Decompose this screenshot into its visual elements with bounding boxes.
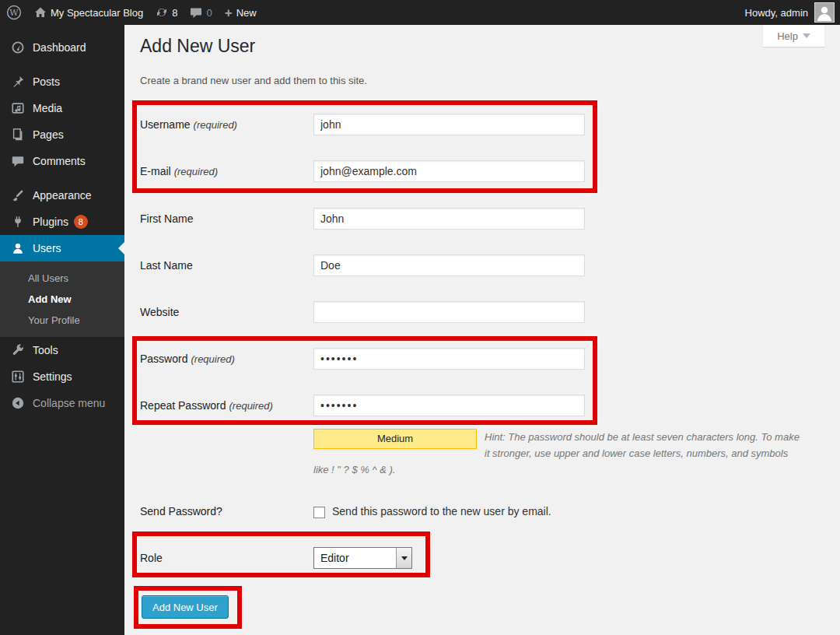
sidebar-label: Appearance — [33, 189, 92, 202]
help-label: Help — [777, 30, 798, 42]
pushpin-icon — [11, 75, 25, 89]
sidebar-item-plugins[interactable]: Plugins 8 — [0, 209, 124, 235]
settings-sliders-icon — [11, 370, 25, 384]
plus-icon: + — [225, 6, 233, 19]
password-hint: Medium Hint: The password should be at l… — [313, 429, 803, 478]
last-name-input[interactable] — [313, 254, 585, 276]
website-input[interactable] — [313, 301, 585, 323]
email-input[interactable] — [313, 160, 585, 182]
first-name-input[interactable] — [313, 208, 585, 230]
password-label: Password(required) — [140, 348, 311, 370]
plugins-update-badge: 8 — [74, 215, 88, 229]
dashboard-icon — [11, 40, 25, 54]
admin-bar: W My Spectacular Blog 8 0 — [0, 0, 840, 25]
comment-count: 0 — [206, 7, 212, 19]
help-button[interactable]: Help — [763, 25, 824, 47]
sidebar-item-appearance[interactable]: Appearance — [0, 182, 124, 209]
sidebar-item-users[interactable]: Users — [0, 235, 124, 261]
sidebar-item-add-new[interactable]: Add New — [0, 289, 124, 310]
sidebar-item-all-users[interactable]: All Users — [0, 268, 124, 289]
howdy-account-link[interactable]: Howdy, admin — [745, 7, 808, 19]
update-count: 8 — [172, 7, 177, 19]
menu-separator — [0, 174, 124, 182]
password-input[interactable] — [313, 348, 585, 370]
collapse-menu-button[interactable]: Collapse menu — [0, 390, 124, 416]
role-label: Role — [140, 547, 311, 569]
chevron-down-icon — [803, 33, 810, 38]
chevron-down-icon — [401, 556, 408, 560]
site-name: My Spectacular Blog — [51, 7, 143, 19]
admin-sidebar: Dashboard Posts Media Pages — [0, 25, 124, 635]
sidebar-label: Posts — [33, 75, 60, 88]
send-password-label: Send Password? — [140, 500, 311, 522]
plug-icon — [11, 215, 25, 229]
sidebar-label: Users — [33, 242, 61, 254]
avatar[interactable] — [814, 2, 835, 23]
wp-logo-menu[interactable]: W — [0, 0, 28, 25]
home-icon — [34, 6, 47, 19]
sidebar-item-media[interactable]: Media — [0, 95, 124, 121]
website-label: Website — [140, 301, 311, 323]
users-submenu: All Users Add New Your Profile — [0, 261, 124, 337]
role-select[interactable]: Editor — [313, 547, 412, 569]
select-dropdown-button[interactable] — [396, 548, 411, 568]
new-content-menu[interactable]: + New — [219, 0, 263, 25]
repeat-password-input[interactable] — [313, 395, 585, 416]
menu-separator — [0, 61, 124, 68]
sidebar-label: Plugins — [33, 216, 68, 228]
wordpress-admin: W My Spectacular Blog 8 0 — [0, 0, 840, 635]
svg-text:W: W — [9, 8, 19, 18]
site-link[interactable]: My Spectacular Blog — [28, 0, 149, 25]
paintbrush-icon — [11, 188, 25, 202]
repeat-password-label: Repeat Password(required) — [140, 395, 311, 416]
users-icon — [11, 241, 25, 255]
sidebar-item-comments[interactable]: Comments — [0, 148, 124, 174]
sidebar-item-dashboard[interactable]: Dashboard — [0, 34, 124, 61]
sidebar-label: Tools — [33, 344, 58, 356]
username-label: Username(required) — [140, 114, 311, 135]
sidebar-item-tools[interactable]: Tools — [0, 337, 124, 363]
sidebar-item-settings[interactable]: Settings — [0, 363, 124, 390]
comments-indicator[interactable]: 0 — [184, 0, 218, 25]
sidebar-label: Settings — [33, 370, 72, 383]
sidebar-item-your-profile[interactable]: Your Profile — [0, 310, 124, 331]
send-password-checkbox[interactable] — [313, 507, 325, 518]
sidebar-label: Collapse menu — [33, 397, 105, 409]
active-menu-arrow-icon — [118, 242, 124, 254]
wrench-icon — [11, 343, 25, 357]
sidebar-label: Pages — [33, 128, 64, 141]
page-title: Add New User — [140, 36, 255, 57]
updates-indicator[interactable]: 8 — [149, 0, 184, 25]
sidebar-label: Dashboard — [33, 41, 86, 54]
updates-icon — [156, 6, 168, 19]
sidebar-label: Media — [33, 102, 62, 114]
username-input[interactable] — [313, 114, 585, 135]
comments-icon — [11, 154, 25, 168]
send-password-checkbox-label: Send this password to the new user by em… — [332, 500, 551, 522]
pages-icon — [11, 128, 25, 142]
sidebar-item-pages[interactable]: Pages — [0, 121, 124, 148]
page-subtitle: Create a brand new user and add them to … — [140, 75, 367, 86]
password-strength-meter: Medium — [313, 429, 477, 449]
sidebar-item-posts[interactable]: Posts — [0, 68, 124, 95]
last-name-label: Last Name — [140, 254, 311, 276]
sidebar-label: Comments — [33, 155, 86, 167]
email-label: E-mail(required) — [140, 160, 311, 182]
comment-bubble-icon — [190, 6, 202, 19]
new-label: New — [236, 7, 257, 19]
collapse-arrow-icon — [11, 396, 25, 410]
media-icon — [11, 101, 25, 115]
first-name-label: First Name — [140, 208, 311, 230]
main-content: Help Add New User Create a brand new use… — [124, 25, 840, 635]
wordpress-logo-icon: W — [6, 5, 22, 20]
role-selected-value: Editor — [314, 548, 396, 568]
add-new-user-button[interactable]: Add New User — [142, 595, 229, 619]
